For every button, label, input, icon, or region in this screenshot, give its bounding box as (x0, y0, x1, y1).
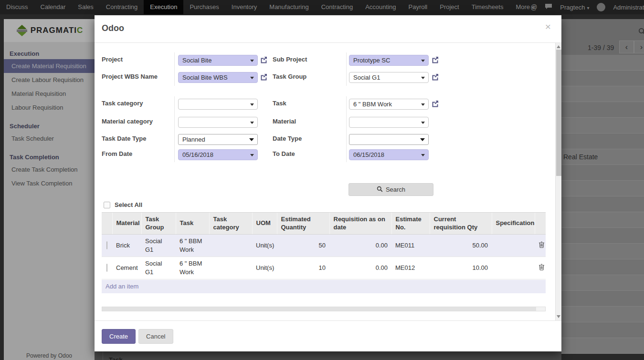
external-link-icon[interactable] (431, 100, 439, 110)
cell-task-category (209, 235, 252, 257)
material-category-label: Material category (102, 118, 173, 125)
task-category-label: Task category (102, 100, 173, 107)
sub-project-label: Sub Project (273, 56, 344, 63)
external-link-icon[interactable] (260, 56, 268, 66)
cell-task-category (209, 257, 252, 279)
cell-task: 6 " BBM Work (176, 257, 209, 279)
cell-current-requisition-qty: 10.00 (430, 257, 492, 279)
cell-specification (492, 257, 535, 279)
project-value: Social Bite (182, 57, 211, 64)
cell-estimate-no: ME012 (391, 257, 430, 279)
header-task-category: Task category (209, 213, 252, 235)
cell-material: Cement (112, 257, 141, 279)
trash-icon (538, 241, 545, 248)
cell-task-group: Social G1 (141, 257, 176, 279)
requisition-table: Material Task Group Task Task category U… (102, 212, 546, 279)
cell-current-requisition-qty: 50.00 (430, 235, 492, 257)
sub-project-field[interactable]: Prototype SC (349, 55, 429, 66)
divider (174, 52, 175, 86)
table-header-row: Material Task Group Task Task category U… (102, 213, 546, 235)
header-requisition-as-on-date: Requisition as on date (329, 213, 391, 235)
requisition-dialog: Odoo × Project Social Bite Sub Project P… (95, 15, 561, 351)
cell-estimated-qty: 50 (277, 235, 329, 257)
horizontal-scrollbar-thumb[interactable] (102, 307, 536, 311)
date-type-label: Date Type (273, 135, 344, 142)
select-all-label: Select All (115, 201, 142, 208)
task-field[interactable]: 6 " BBM Work (349, 99, 429, 110)
header-delete (535, 213, 546, 235)
select-all-row: Select All (104, 201, 142, 208)
project-wbs-name-field[interactable]: Social Bite WBS (178, 72, 258, 83)
external-link-icon[interactable] (431, 73, 439, 83)
header-task-group: Task Group (141, 213, 176, 235)
dialog-title: Odoo (102, 23, 124, 33)
delete-row-button[interactable] (538, 241, 545, 249)
cell-task-group: Social G1 (141, 235, 176, 257)
table-row[interactable]: Brick Social G1 6 " BBM Work Unit(s) 50 … (102, 235, 546, 257)
cell-uom: Unit(s) (252, 235, 277, 257)
scroll-down-icon[interactable] (557, 315, 560, 318)
divider (174, 96, 175, 162)
add-an-item-link[interactable]: Add an item (102, 280, 546, 293)
task-date-type-value: Planned (182, 136, 205, 143)
material-field[interactable] (349, 117, 429, 128)
task-category-field[interactable] (178, 99, 258, 110)
vertical-scrollbar[interactable] (555, 43, 561, 320)
material-category-field[interactable] (178, 117, 258, 128)
task-value: 6 " BBM Work (353, 101, 392, 108)
cancel-button[interactable]: Cancel (138, 329, 173, 344)
header-material: Material (112, 213, 141, 235)
close-icon[interactable]: × (545, 21, 551, 32)
scroll-up-icon[interactable] (557, 45, 560, 48)
task-date-type-select[interactable]: Planned (178, 134, 258, 145)
from-date-value: 05/16/2018 (182, 151, 213, 158)
from-date-field[interactable]: 05/16/2018 (178, 149, 258, 160)
row-checkbox[interactable] (106, 264, 107, 272)
cell-specification (492, 235, 535, 257)
header-select (102, 213, 112, 235)
search-button[interactable]: Search (348, 183, 433, 196)
to-date-field[interactable]: 06/15/2018 (349, 149, 429, 160)
search-button-label: Search (386, 186, 405, 193)
create-button[interactable]: Create (102, 329, 136, 344)
task-group-label: Task Group (273, 73, 344, 80)
select-all-checkbox[interactable] (104, 202, 110, 208)
dropdown-caret-icon (421, 122, 425, 124)
search-icon (377, 186, 383, 194)
project-label: Project (102, 56, 173, 63)
task-group-field[interactable]: Social G1 (349, 72, 429, 83)
from-date-label: From Date (102, 150, 173, 157)
cell-estimate-no: ME011 (391, 235, 430, 257)
cell-task: 6 " BBM Work (176, 235, 209, 257)
sub-project-value: Prototype SC (353, 57, 390, 64)
dropdown-caret-icon (421, 77, 425, 79)
dropdown-caret-icon (250, 60, 254, 62)
row-checkbox[interactable] (106, 241, 107, 249)
task-date-type-label: Task Date Type (102, 135, 173, 142)
table-row[interactable]: Cement Social G1 6 " BBM Work Unit(s) 10… (102, 257, 546, 279)
dropdown-caret-icon (250, 154, 254, 156)
header-specification: Specification (492, 213, 535, 235)
delete-row-button[interactable] (538, 264, 545, 272)
vertical-scrollbar-thumb[interactable] (556, 50, 561, 176)
to-date-value: 06/15/2018 (353, 151, 384, 158)
header-task: Task (176, 213, 209, 235)
horizontal-scrollbar[interactable] (102, 307, 546, 311)
external-link-icon[interactable] (431, 56, 439, 66)
date-type-select[interactable] (349, 134, 429, 145)
cell-requisition-as-on-date: 0.00 (329, 257, 391, 279)
dropdown-caret-icon (421, 60, 425, 62)
project-field[interactable]: Social Bite (178, 55, 258, 66)
project-wbs-name-value: Social Bite WBS (182, 74, 228, 81)
cell-uom: Unit(s) (252, 257, 277, 279)
project-wbs-name-label: Project WBS Name (102, 73, 173, 80)
dialog-body: Project Social Bite Sub Project Prototyp… (95, 43, 555, 320)
dialog-header: Odoo × (95, 15, 561, 43)
header-uom: UOM (252, 213, 277, 235)
material-label: Material (273, 118, 344, 125)
dropdown-caret-icon (250, 103, 254, 106)
dropdown-caret-icon (421, 103, 425, 106)
task-group-value: Social G1 (353, 74, 380, 81)
external-link-icon[interactable] (260, 73, 268, 83)
header-estimated-quantity: Estimated Quantity (277, 213, 329, 235)
